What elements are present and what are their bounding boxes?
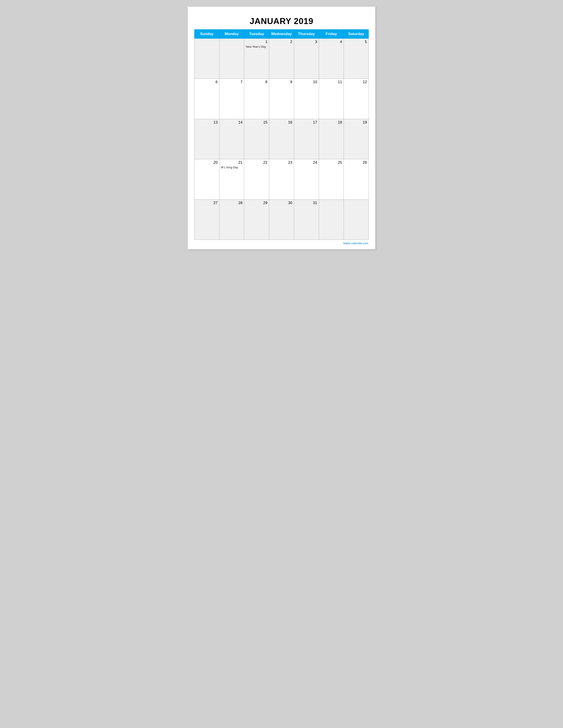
calendar-cell: 20 — [194, 159, 219, 199]
day-number: 31 — [296, 201, 317, 205]
calendar-page: JANUARY 2019 SundayMondayTuesdayWednesda… — [188, 7, 375, 249]
calendar-cell: 30 — [269, 199, 294, 240]
calendar-cell: 25 — [319, 159, 344, 199]
calendar-cell: 15 — [244, 119, 269, 159]
day-header-row: SundayMondayTuesdayWednesdayThursdayFrid… — [194, 30, 369, 39]
day-number: 29 — [246, 201, 267, 205]
day-number: 30 — [271, 201, 292, 205]
day-event: New Year's Day — [246, 45, 267, 48]
day-number: 24 — [296, 160, 317, 165]
calendar-table: SundayMondayTuesdayWednesdayThursdayFrid… — [194, 29, 369, 240]
calendar-week-5: 2728293031 — [194, 199, 369, 240]
calendar-cell: 14 — [219, 119, 244, 159]
calendar-cell: 29 — [244, 199, 269, 240]
calendar-cell — [194, 39, 219, 79]
calendar-week-1: 1New Year's Day2345 — [194, 39, 369, 79]
calendar-cell: 16 — [269, 119, 294, 159]
day-header-thursday: Thursday — [294, 30, 319, 39]
calendar-cell: 7 — [219, 79, 244, 119]
day-number: 26 — [345, 160, 367, 165]
day-number: 28 — [221, 201, 242, 205]
day-number: 20 — [196, 160, 218, 165]
day-number: 19 — [345, 120, 367, 125]
calendar-cell: 26 — [344, 159, 369, 199]
calendar-cell — [319, 199, 344, 240]
day-number: 23 — [271, 160, 292, 165]
calendar-title: JANUARY 2019 — [194, 13, 369, 29]
calendar-cell: 31 — [294, 199, 319, 240]
calendar-cell: 21M L King Day — [219, 159, 244, 199]
calendar-cell: 24 — [294, 159, 319, 199]
day-header-sunday: Sunday — [194, 30, 219, 39]
footer-link[interactable]: blank-calendar.com — [194, 242, 369, 245]
calendar-week-4: 2021M L King Day2223242526 — [194, 159, 369, 199]
day-event: M L King Day — [221, 166, 242, 169]
calendar-cell: 8 — [244, 79, 269, 119]
calendar-cell: 5 — [344, 39, 369, 79]
day-header-tuesday: Tuesday — [244, 30, 269, 39]
day-number: 3 — [296, 40, 317, 44]
calendar-cell: 19 — [344, 119, 369, 159]
calendar-cell: 11 — [319, 79, 344, 119]
calendar-cell: 23 — [269, 159, 294, 199]
day-number: 12 — [345, 80, 367, 84]
calendar-cell: 4 — [319, 39, 344, 79]
day-header-friday: Friday — [319, 30, 344, 39]
day-number: 17 — [296, 120, 317, 125]
day-number: 7 — [221, 80, 242, 84]
day-number: 22 — [246, 160, 267, 165]
day-number: 27 — [196, 201, 218, 205]
day-number: 9 — [271, 80, 292, 84]
calendar-cell: 12 — [344, 79, 369, 119]
day-number: 25 — [321, 160, 342, 165]
calendar-cell: 2 — [269, 39, 294, 79]
day-number: 10 — [296, 80, 317, 84]
calendar-week-2: 6789101112 — [194, 79, 369, 119]
day-number: 11 — [321, 80, 342, 84]
day-number: 2 — [271, 40, 292, 44]
day-number: 4 — [321, 40, 342, 44]
calendar-cell: 10 — [294, 79, 319, 119]
day-header-saturday: Saturday — [344, 30, 369, 39]
calendar-cell — [219, 39, 244, 79]
calendar-cell: 1New Year's Day — [244, 39, 269, 79]
day-number: 18 — [321, 120, 342, 125]
calendar-cell: 13 — [194, 119, 219, 159]
calendar-cell: 22 — [244, 159, 269, 199]
calendar-cell: 27 — [194, 199, 219, 240]
calendar-cell: 17 — [294, 119, 319, 159]
day-number: 21 — [221, 160, 242, 165]
calendar-cell: 3 — [294, 39, 319, 79]
day-number: 6 — [196, 80, 218, 84]
day-number: 14 — [221, 120, 242, 125]
day-number: 13 — [196, 120, 218, 125]
calendar-cell: 18 — [319, 119, 344, 159]
day-number: 16 — [271, 120, 292, 125]
calendar-cell: 28 — [219, 199, 244, 240]
calendar-cell — [344, 199, 369, 240]
day-number: 15 — [246, 120, 267, 125]
calendar-cell: 9 — [269, 79, 294, 119]
calendar-week-3: 13141516171819 — [194, 119, 369, 159]
day-number: 5 — [345, 40, 367, 44]
day-header-wednesday: Wednesday — [269, 30, 294, 39]
calendar-cell: 6 — [194, 79, 219, 119]
day-number: 8 — [246, 80, 267, 84]
day-header-monday: Monday — [219, 30, 244, 39]
day-number: 1 — [246, 40, 267, 44]
